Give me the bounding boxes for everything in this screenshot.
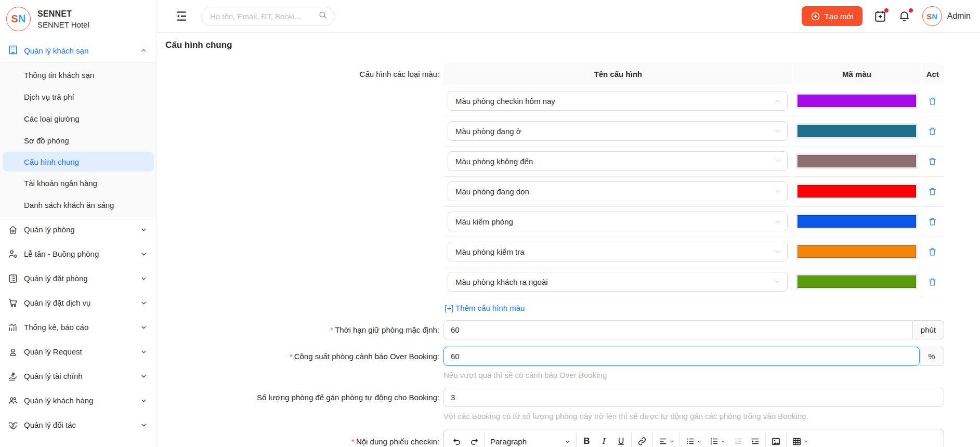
color-swatch[interactable]	[796, 214, 918, 229]
bullet-list-select[interactable]	[682, 433, 705, 447]
sidebar-item-booking-management[interactable]: Quản lý đặt phòng	[0, 266, 156, 291]
sidebar-item-label: Quản lý đặt phòng	[24, 274, 88, 283]
bell-icon[interactable]	[898, 9, 911, 23]
overbooking-label-text: Công suất phòng cảnh báo Over Booking:	[294, 352, 439, 361]
delete-icon[interactable]	[921, 217, 945, 227]
chevron-down-icon	[775, 187, 781, 196]
sidebar-item-room-management[interactable]: Quản lý phòng	[0, 217, 156, 242]
redo-icon[interactable]	[465, 433, 482, 447]
insert-table-select[interactable]	[788, 433, 812, 447]
color-name-select[interactable]: Màu kiểm phòng	[448, 212, 788, 231]
plus-circle-icon	[811, 11, 820, 21]
color-swatch[interactable]	[796, 244, 918, 259]
color-name-select[interactable]: Màu phòng khách ra ngoài	[448, 272, 788, 292]
color-swatch[interactable]	[796, 183, 918, 199]
link-icon[interactable]	[633, 433, 650, 447]
brand-logo: SN	[6, 7, 31, 31]
bold-button[interactable]: B	[578, 433, 595, 447]
chevron-down-icon	[775, 157, 781, 166]
align-select[interactable]	[654, 433, 678, 447]
chevron-down-icon	[140, 299, 147, 306]
booking-list-icon	[7, 273, 19, 284]
chevron-down-icon	[775, 247, 781, 256]
sidebar-collapse-icon[interactable]	[175, 9, 188, 23]
color-name-select[interactable]: Màu phòng checkin hôm nay	[448, 91, 788, 111]
color-name-select[interactable]: Màu phòng đang dọn	[448, 181, 788, 201]
chevron-down-icon	[775, 217, 781, 226]
person-gear-icon	[7, 248, 19, 260]
column-header-color: Mã màu	[793, 63, 921, 86]
color-name-value: Màu phòng đang ở	[455, 127, 521, 136]
sidebar-item-service-orders[interactable]: Quản lý đặt dịch vụ	[0, 291, 156, 315]
chevron-down-icon	[140, 373, 147, 379]
chevron-down-icon	[775, 97, 781, 106]
undo-icon[interactable]	[448, 433, 465, 447]
auto-assign-input[interactable]	[443, 388, 944, 407]
create-new-button[interactable]: Tạo mới	[802, 6, 863, 26]
sidebar-item-request-management[interactable]: Quản lý Request	[0, 339, 156, 364]
hold-time-input[interactable]	[443, 320, 913, 339]
underline-button[interactable]: U	[612, 433, 630, 447]
calendar-icon[interactable]	[873, 9, 887, 23]
sidebar-section-hotel-management[interactable]: Quản lý khách sạn	[0, 38, 156, 62]
add-color-config-link[interactable]: [+] Thêm cấu hình màu	[445, 304, 525, 312]
italic-button[interactable]: I	[595, 433, 612, 447]
sidebar-item-reception-housekeeping[interactable]: Lễ tân - Buồng phòng	[0, 242, 156, 266]
delete-icon[interactable]	[921, 126, 945, 136]
sidebar-item-breakfast-list[interactable]: Danh sách khách ăn sáng	[0, 194, 156, 216]
overbooking-input[interactable]	[443, 347, 920, 366]
sidebar-item-bank-accounts[interactable]: Tài khoản ngân hàng	[0, 172, 156, 194]
username-label[interactable]: Admin	[947, 11, 971, 21]
richtext-editor: Paragraph B I U	[443, 429, 944, 447]
color-swatch[interactable]	[796, 153, 918, 169]
chevron-down-icon	[775, 278, 781, 286]
delete-icon[interactable]	[921, 187, 945, 196]
room-gear-icon	[7, 224, 19, 235]
sidebar-item-bed-types[interactable]: Các loại giường	[0, 108, 156, 129]
sidebar-item-statistics-reports[interactable]: Thống kê, báo cáo	[0, 315, 156, 339]
sidebar-item-label: Quản lý tài chính	[24, 372, 83, 380]
sidebar-item-general-config[interactable]: Cấu hình chung	[3, 152, 154, 172]
column-header-name: Tên cấu hình	[443, 63, 793, 86]
main-content: Cấu hình chung Cấu hình các loại màu: Tê…	[157, 33, 980, 447]
table-row: Màu phòng không đến	[443, 146, 944, 176]
table-row: Màu phòng checkin hôm nay	[443, 86, 944, 116]
delete-icon[interactable]	[921, 247, 945, 257]
outdent-icon[interactable]	[729, 433, 747, 447]
paragraph-style-select[interactable]: Paragraph	[486, 433, 574, 447]
delete-icon[interactable]	[921, 277, 945, 287]
color-swatch[interactable]	[796, 274, 918, 290]
numbered-list-select[interactable]	[705, 433, 729, 447]
search-input[interactable]	[210, 12, 318, 21]
color-swatch[interactable]	[796, 93, 918, 109]
insert-image-icon[interactable]	[767, 433, 785, 447]
sidebar-item-finance-management[interactable]: Quản lý tài chính	[0, 364, 156, 388]
sidebar-item-label: Thống kê, báo cáo	[24, 323, 88, 332]
sidebar-item-label: Quản lý phòng	[24, 225, 75, 234]
sidebar-item-room-map[interactable]: Sơ đồ phòng	[0, 129, 156, 151]
search-icon[interactable]	[318, 10, 328, 22]
color-swatch[interactable]	[796, 123, 918, 139]
color-name-value: Màu phòng không đến	[455, 157, 533, 166]
delete-icon[interactable]	[921, 96, 945, 106]
sidebar-item-paid-services[interactable]: Dịch vụ trả phí	[0, 86, 156, 108]
color-name-value: Màu phòng đang dọn	[455, 187, 529, 196]
chevron-down-icon	[565, 437, 570, 446]
sidebar-item-customer-management[interactable]: Quản lý khách hàng	[0, 388, 156, 413]
sidebar-item-partner-management[interactable]: Quản lý đối tác	[0, 413, 156, 437]
color-name-select[interactable]: Màu phòng kiểm tra	[448, 242, 788, 261]
sidebar-item-hotel-info[interactable]: Thông tin khách sạn	[0, 64, 156, 86]
chevron-down-icon	[140, 422, 147, 428]
handshake-icon	[7, 419, 19, 431]
checkin-note-label: *Nội dung phiếu checkin:	[165, 429, 443, 447]
color-name-select[interactable]: Màu phòng đang ở	[448, 121, 788, 141]
hotel-icon	[8, 45, 18, 57]
sidebar-section-label: Quản lý khách sạn	[24, 46, 88, 55]
cart-icon	[7, 297, 19, 309]
delete-icon[interactable]	[921, 156, 945, 166]
sidebar-item-label: Quản lý đặt dịch vụ	[24, 298, 90, 307]
user-avatar[interactable]: SN	[922, 6, 942, 26]
color-name-select[interactable]: Màu phòng không đến	[448, 151, 788, 171]
indent-icon[interactable]	[747, 433, 764, 447]
sidebar: SN SENNET SENNET Hotel Quản lý khách sạn…	[0, 0, 157, 447]
